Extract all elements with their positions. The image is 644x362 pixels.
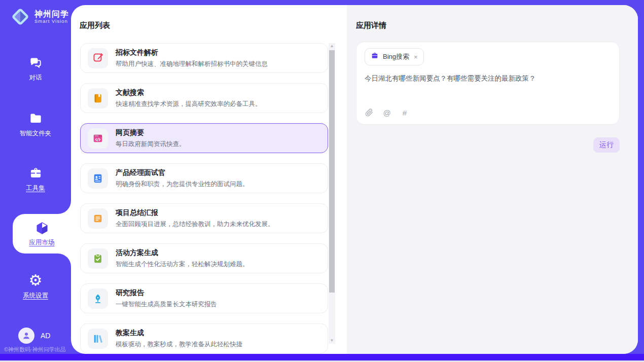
gear-icon: ⚙: [28, 273, 43, 288]
app-list-item[interactable]: 文献搜索快速精准查找学术资源，提高研究效率的必备工具。: [80, 83, 328, 113]
app-detail-panel: 应用详情 Bing搜索 × 今日湖北有哪些新闻要点？有哪些需要关注的最新政策？ …: [347, 5, 638, 354]
tab-curve-top: [58, 201, 71, 214]
sidebar-item-label: 应用市场: [29, 238, 55, 247]
app-item-title: 活动方案生成: [116, 248, 249, 258]
app-item-desc: 帮助用户快速、准确地理解和解析招标书中的关键信息: [116, 60, 268, 68]
sidebar-item-settings[interactable]: ⚙系统设置: [0, 273, 71, 300]
app-item-desc: 智能生成个性化活动方案，轻松解决规划难题。: [116, 260, 249, 269]
tag-close-icon[interactable]: ×: [414, 53, 418, 61]
sidebar-footer: ©神州数码·神州问学出品: [4, 346, 70, 353]
page: 神州问学 Smart Vision 对话智能文件夹工具集应用市场⚙系统设置 AD…: [0, 0, 644, 362]
app-item-title: 网页摘要: [116, 128, 186, 137]
app-item-title: 研究报告: [116, 288, 217, 298]
sidebar-item-chat[interactable]: 对话: [0, 55, 71, 82]
brand-title: 神州问学: [34, 10, 69, 19]
sidebar-item-label: 工具集: [26, 184, 45, 193]
edit-doc-icon: [88, 48, 108, 68]
app-list-item[interactable]: 网页摘要每日政府新闻资讯快查。: [80, 123, 328, 153]
query-input[interactable]: 今日湖北有哪些新闻要点？有哪些需要关注的最新政策？: [365, 74, 608, 84]
app-list-item[interactable]: 研究报告一键智能生成高质量长文本研究报告: [80, 283, 328, 313]
avatar[interactable]: [18, 328, 34, 344]
tab-curve-bottom: [58, 254, 71, 267]
app-item-desc: 模板驱动，教案秒成，教学准备从此轻松快捷: [116, 340, 242, 349]
sidebar-item-label: 对话: [29, 74, 42, 82]
browser-icon: [88, 128, 108, 149]
app-item-title: 教案生成: [116, 329, 242, 338]
attachment-icon[interactable]: [365, 108, 374, 117]
app-list-item[interactable]: 招标文件解析帮助用户快速、准确地理解和解析招标书中的关键信息: [80, 43, 328, 73]
app-list-item[interactable]: 产品经理面试官明确身份和职责，为您提供专业性的面试问题。: [80, 163, 328, 193]
note-icon: [88, 208, 108, 229]
sidebar-item-label: 系统设置: [23, 292, 48, 300]
bottom-accent-bar: [0, 354, 644, 360]
app-item-title: 产品经理面试官: [116, 168, 249, 177]
user-name: AD: [41, 332, 50, 340]
app-item-title: 文献搜索: [116, 88, 262, 97]
book-icon: [88, 88, 108, 108]
user-row[interactable]: AD: [18, 328, 50, 344]
app-list-item[interactable]: 项目总结汇报全面回顾项目进展，总结经验教训，助力未来优化发展。: [80, 203, 328, 233]
app-item-desc: 每日政府新闻资讯快查。: [116, 140, 186, 149]
app-item-desc: 全面回顾项目进展，总结经验教训，助力未来优化发展。: [116, 220, 274, 229]
app-item-desc: 一键智能生成高质量长文本研究报告: [116, 300, 217, 309]
sidebar-item-app-market[interactable]: 应用市场: [13, 214, 71, 254]
main-container: 应用列表 招标文件解析帮助用户快速、准确地理解和解析招标书中的关键信息文献搜索快…: [71, 5, 638, 354]
sidebar-item-smart-folder[interactable]: 智能文件夹: [0, 111, 71, 138]
sidebar-item-toolset[interactable]: 工具集: [0, 165, 71, 193]
tool-tag-bing-search[interactable]: Bing搜索 ×: [365, 48, 424, 65]
run-button[interactable]: 运行: [593, 137, 620, 153]
scrollbar-down-icon[interactable]: ▼: [329, 338, 335, 344]
app-detail-card: Bing搜索 × 今日湖北有哪些新闻要点？有哪些需要关注的最新政策？ @#: [356, 42, 620, 125]
app-list-scrollbar[interactable]: ▲ ▼: [329, 43, 335, 344]
tool-tag-label: Bing搜索: [383, 52, 409, 61]
scrollbar-thumb[interactable]: [329, 50, 335, 293]
app-item-desc: 快速精准查找学术资源，提高研究效率的必备工具。: [116, 100, 262, 108]
resume-icon: [88, 168, 108, 189]
folder-icon: [28, 111, 43, 126]
scrollbar-up-icon[interactable]: ▲: [329, 43, 335, 49]
sidebar-item-label: 智能文件夹: [20, 129, 52, 138]
app-list: 招标文件解析帮助用户快速、准确地理解和解析招标书中的关键信息文献搜索快速精准查找…: [80, 43, 328, 354]
sidebar: 神州问学 Smart Vision 对话智能文件夹工具集应用市场⚙系统设置 AD…: [0, 0, 71, 362]
pen-icon: [88, 288, 108, 309]
diamond-logo-icon: [10, 7, 30, 27]
briefcase-icon: [371, 52, 379, 62]
app-list-item[interactable]: 活动方案生成智能生成个性化活动方案，轻松解决规划难题。: [80, 243, 328, 273]
app-list-item[interactable]: 教案生成模板驱动，教案秒成，教学准备从此轻松快捷: [80, 323, 328, 353]
card-toolbar: @#: [365, 108, 409, 117]
app-item-title: 招标文件解析: [116, 48, 268, 57]
clipboard-icon: [88, 248, 108, 269]
books-icon: [88, 329, 108, 349]
app-list-title: 应用列表: [80, 21, 110, 30]
cube-icon: [34, 221, 50, 236]
app-detail-title: 应用详情: [356, 21, 386, 30]
brand-logo: 神州问学 Smart Vision: [10, 7, 69, 27]
chat-icon: [28, 55, 43, 70]
toolbox-icon: [28, 165, 43, 180]
mention-icon[interactable]: @: [382, 108, 391, 117]
app-item-title: 项目总结汇报: [116, 208, 274, 218]
app-item-desc: 明确身份和职责，为您提供专业性的面试问题。: [116, 180, 249, 189]
hash-icon[interactable]: #: [400, 108, 409, 117]
brand-subtitle: Smart Vision: [34, 18, 69, 24]
